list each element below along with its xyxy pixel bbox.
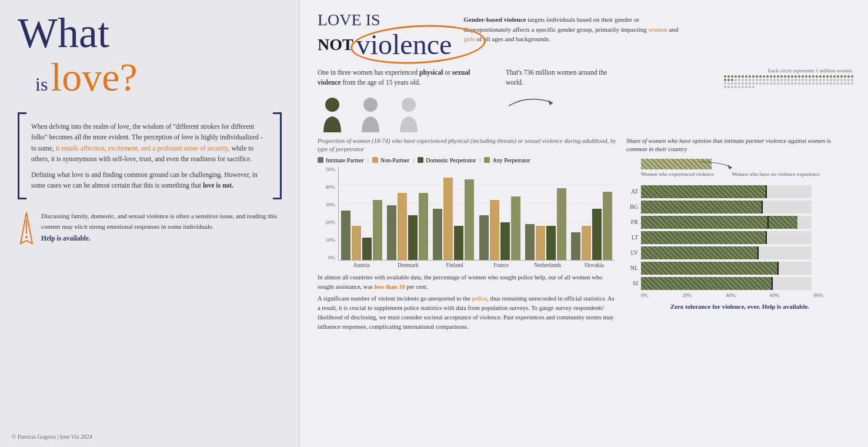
dot (837, 79, 839, 81)
right-panel: LOVE IS NOT violence Gender-based violen… (300, 0, 868, 447)
marker-line (757, 246, 759, 259)
dot (727, 86, 730, 88)
dot (749, 82, 751, 85)
x-label: Denmark (385, 262, 431, 268)
help-link[interactable]: Help is available. (41, 235, 282, 242)
legend-any-color (484, 157, 490, 163)
dot (763, 79, 765, 81)
dot (731, 82, 733, 85)
dot (745, 75, 747, 78)
dot (745, 79, 747, 81)
dot (759, 79, 762, 81)
dot (749, 86, 751, 88)
dot (738, 86, 740, 88)
body-text-2: Defining what love is and finding common… (31, 169, 268, 191)
dot (805, 79, 807, 81)
bar (433, 209, 442, 260)
title-area: What is love? (18, 12, 282, 101)
title-love: love? (51, 54, 137, 101)
dot (731, 86, 733, 88)
stacked-bar-container (641, 277, 812, 290)
stacked-row: NL (626, 262, 853, 275)
dot (731, 79, 733, 81)
dot (798, 82, 800, 85)
stacked-bars-container: ATBGFRLTLVNLSI (626, 185, 853, 290)
dot (819, 82, 822, 85)
one-in-three-text: One in three women has experienced physi… (318, 68, 494, 88)
marker-line (767, 216, 769, 229)
svg-point-2 (25, 236, 28, 238)
bar (465, 179, 474, 260)
stacked-bar-container (641, 231, 812, 244)
dot (837, 82, 839, 85)
legend-no-violence: Women who have no violence experience (732, 171, 820, 177)
dot (742, 82, 744, 85)
dot (745, 82, 747, 85)
dot (809, 82, 811, 85)
x-axis: AustriaDenmarkFinlandFranceNetherlandsSl… (338, 262, 617, 268)
dot (784, 79, 786, 81)
dot (823, 82, 825, 85)
dot (756, 79, 758, 81)
dot (735, 86, 737, 88)
legend-intimate-color (318, 157, 323, 163)
dot (770, 82, 772, 85)
bar-chart-wrapper: 0% 10% 20% 30% 40% 50% (338, 166, 615, 261)
experienced-bar (641, 185, 766, 198)
dot (738, 79, 740, 81)
dot (851, 82, 853, 85)
dot (770, 75, 772, 78)
legend-any-label: Any Perpetrator (492, 157, 530, 164)
dot (787, 75, 790, 78)
bar (582, 226, 591, 260)
dot (724, 86, 726, 88)
x-label: Austria (338, 262, 385, 268)
dot (830, 79, 832, 81)
dot (844, 75, 846, 78)
experienced-bar (641, 246, 757, 259)
bar (454, 226, 463, 260)
unreported-text: A significant number of violent incident… (318, 294, 617, 331)
stacked-label: LT (626, 234, 638, 241)
bar-group (477, 166, 523, 260)
experienced-bar (641, 201, 762, 214)
dot (735, 82, 737, 85)
bar (500, 222, 510, 260)
bar (525, 224, 535, 260)
dot (798, 75, 800, 78)
dot (847, 75, 850, 78)
title-what: What (18, 12, 282, 54)
bar-group (339, 166, 385, 260)
legend-row: Intimate Partner | Non-Partner | Domesti… (318, 157, 617, 164)
dot (787, 82, 790, 85)
legend-non-partner[interactable]: Non-Partner (372, 157, 409, 164)
dot (766, 75, 769, 78)
title-is: is (35, 74, 48, 95)
dot (830, 82, 832, 85)
y-axis: 0% 10% 20% 30% 40% 50% (318, 166, 335, 261)
legend-domestic[interactable]: Domestic Perpetrator (418, 157, 476, 164)
legend-arrow (697, 159, 744, 174)
dot (812, 79, 814, 81)
stacked-label: SI (626, 280, 638, 286)
dot (773, 75, 776, 78)
bar (571, 232, 580, 260)
legend-intimate[interactable]: Intimate Partner (318, 157, 364, 164)
experienced-bar (641, 231, 766, 244)
experienced-bar (641, 262, 777, 275)
stacked-label: AT (626, 188, 638, 195)
x-label: France (478, 262, 525, 268)
dot (819, 75, 822, 78)
stacked-label: LV (626, 249, 638, 256)
dot (735, 79, 737, 81)
description-box: When delving into the realm of love, the… (18, 112, 282, 199)
legend-any[interactable]: Any Perpetrator (484, 157, 530, 164)
dot (780, 79, 783, 81)
arrow-svg (506, 91, 565, 109)
figure-light1 (356, 94, 385, 132)
svg-point-4 (363, 98, 378, 112)
x-label: Slovakia (571, 262, 617, 268)
legend-labels: Women who experienced violence Women who… (641, 171, 853, 177)
stacked-row: LV (626, 246, 853, 259)
bar (373, 200, 382, 260)
